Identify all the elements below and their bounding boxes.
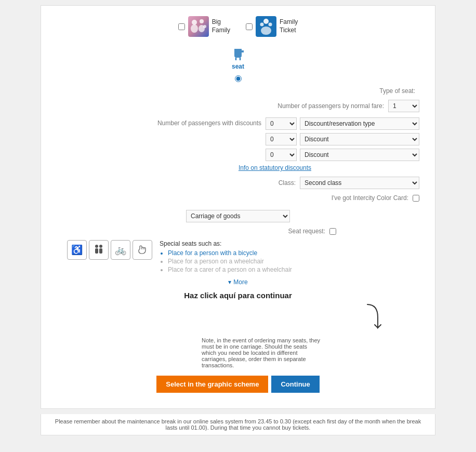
discount-row-1: 0123 Discount/reservation type <box>266 117 419 130</box>
more-row: ▾ More <box>57 278 419 286</box>
footer-note: Please remember about the maintenance br… <box>41 414 435 435</box>
discount-label: Number of passengers with discounts <box>157 119 261 127</box>
big-family-icon <box>188 16 209 37</box>
seat-label: seat <box>232 63 244 70</box>
special-seat-item-1: Place for a person with a bicycle <box>168 249 292 257</box>
arrow-svg <box>362 302 388 333</box>
svg-rect-9 <box>235 58 236 60</box>
annotation-text: Haz click aquí para continuar <box>57 291 419 300</box>
more-button[interactable]: ▾ More <box>228 278 247 286</box>
companion-icon <box>89 240 109 260</box>
seat-request-label: Seat request: <box>288 228 325 235</box>
svg-point-2 <box>191 24 198 33</box>
intercity-row: I've got Intercity Color Card: <box>57 194 419 202</box>
discount-passengers-section: Number of passengers with discounts 0123… <box>57 117 419 161</box>
discount-type-select-2[interactable]: Discount <box>300 133 419 145</box>
special-seats-text: Special seats such as: Place for a perso… <box>160 240 292 274</box>
svg-rect-14 <box>99 248 102 254</box>
svg-point-12 <box>99 245 102 248</box>
svg-point-11 <box>95 245 98 248</box>
action-buttons: Select in the graphic scheme Continue <box>57 376 419 393</box>
carriage-row: Carriage of goods Other <box>57 210 419 222</box>
discount-row-2: 012 Discount <box>266 133 419 145</box>
carriage-select[interactable]: Carriage of goods Other <box>186 210 290 222</box>
svg-point-5 <box>263 19 269 24</box>
bicycle-icon: 🚲 <box>111 240 130 260</box>
more-label: More <box>233 278 247 286</box>
ticket-options-row: Big Family Family Ticket <box>57 16 419 37</box>
intercity-label: I've got Intercity Color Card: <box>332 194 408 202</box>
svg-point-1 <box>200 19 204 23</box>
normal-passengers-row: Number of passengers by normal fare: 1 2… <box>57 100 419 112</box>
discount-selects-group: 0123 Discount/reservation type 012 Disco… <box>266 117 419 161</box>
svg-rect-10 <box>240 58 241 60</box>
continue-button[interactable]: Continue <box>271 376 319 393</box>
big-family-label: Big Family <box>212 18 230 34</box>
svg-point-8 <box>261 26 271 35</box>
seat-svg-icon <box>230 46 246 62</box>
type-of-seat-label: Type of seat: <box>379 87 415 95</box>
class-row: Class: Second class First class <box>57 177 419 189</box>
special-seat-item-3: Place for a carer of a person on a wheel… <box>168 266 292 273</box>
select-scheme-button[interactable]: Select in the graphic scheme <box>156 376 268 393</box>
normal-count-select[interactable]: 1 2 3 4 5 <box>388 100 419 112</box>
special-icons-group: ♿ 🚲 <box>67 240 152 260</box>
hand-icon <box>133 240 152 260</box>
seat-type-radio[interactable] <box>235 75 242 82</box>
arrow-container <box>57 302 388 333</box>
discount-count-select-1[interactable]: 0123 <box>266 117 297 130</box>
intercity-checkbox[interactable] <box>413 195 419 202</box>
special-seats-section: ♿ 🚲 Special seats such as: Place for a p… <box>57 240 419 274</box>
more-chevron: ▾ <box>228 278 231 286</box>
companion-svg <box>92 244 105 256</box>
big-family-option: Big Family <box>178 16 230 37</box>
special-seats-title: Special seats such as: <box>160 240 292 247</box>
seat-request-checkbox[interactable] <box>329 228 336 235</box>
family-ticket-option: Family Ticket <box>246 16 298 37</box>
family-ticket-label: Family Ticket <box>280 18 298 34</box>
svg-point-7 <box>269 23 272 26</box>
svg-point-0 <box>192 20 197 25</box>
note-text: Note, in the event of ordering many seat… <box>155 337 321 368</box>
discount-count-select-3[interactable]: 01 <box>266 149 297 161</box>
discount-count-select-2[interactable]: 012 <box>266 133 297 145</box>
type-of-seat-row: Type of seat: <box>57 87 419 95</box>
seat-section: seat <box>57 46 419 70</box>
special-seats-list: Place for a person with a bicycle Place … <box>160 249 292 273</box>
svg-point-6 <box>260 23 264 26</box>
normal-fare-label: Number of passengers by normal fare: <box>277 102 384 110</box>
discount-type-select-1[interactable]: Discount/reservation type <box>300 117 419 130</box>
info-link-row: Info on statutory discounts <box>57 164 419 171</box>
discount-row-3: 01 Discount <box>266 149 419 161</box>
class-label: Class: <box>279 179 296 187</box>
wheelchair-icon: ♿ <box>67 240 87 260</box>
family-ticket-svg <box>257 17 275 36</box>
family-ticket-checkbox[interactable] <box>246 23 253 30</box>
svg-rect-13 <box>95 248 98 254</box>
hand-svg <box>137 244 148 256</box>
main-card: Big Family Family Ticket <box>41 5 435 409</box>
discount-type-select-3[interactable]: Discount <box>300 149 419 161</box>
seat-type-radio-row <box>57 75 419 82</box>
family-ticket-icon <box>256 16 276 37</box>
info-statutory-link[interactable]: Info on statutory discounts <box>239 164 311 171</box>
big-family-checkbox[interactable] <box>178 23 185 30</box>
special-seat-item-2: Place for a person on a wheelchair <box>168 258 292 265</box>
svg-point-4 <box>203 25 206 28</box>
big-family-svg <box>189 17 208 36</box>
seat-request-row: Seat request: <box>57 228 419 235</box>
class-select[interactable]: Second class First class <box>300 177 419 189</box>
